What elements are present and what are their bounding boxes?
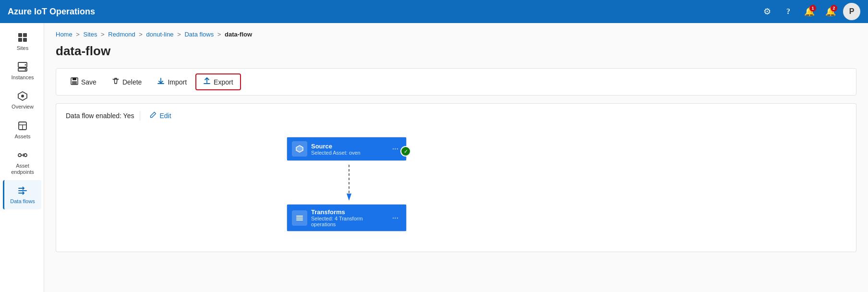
breadcrumb-donut-line[interactable]: donut-line bbox=[146, 31, 174, 38]
sidebar: Sites Instances Overview bbox=[0, 23, 44, 292]
save-label: Save bbox=[81, 78, 96, 86]
sidebar-item-assets-label: Assets bbox=[14, 134, 30, 140]
sidebar-item-instances[interactable]: Instances bbox=[3, 56, 41, 85]
transform-node-subtitle: Selected: 4 Transform operations bbox=[311, 216, 386, 227]
divider bbox=[140, 111, 140, 121]
breadcrumb-redmond[interactable]: Redmond bbox=[108, 31, 135, 38]
import-icon bbox=[157, 77, 165, 86]
app-header: Azure IoT Operations ⚙ ? 🔔 1 🔔 2 P bbox=[0, 0, 868, 23]
gear-icon: ⚙ bbox=[763, 6, 771, 17]
save-icon bbox=[71, 77, 78, 86]
help-icon: ? bbox=[786, 7, 790, 16]
source-node: Source Selected Asset: oven ··· ✓ bbox=[287, 137, 407, 161]
notification1-badge: 1 bbox=[809, 5, 816, 12]
info-bar: Data flow enabled: Yes Edit bbox=[56, 103, 856, 127]
check-icon: ✓ bbox=[404, 148, 408, 155]
svg-rect-2 bbox=[18, 38, 22, 42]
breadcrumb-sep5: > bbox=[217, 31, 223, 38]
delete-button[interactable]: Delete bbox=[105, 74, 148, 89]
sidebar-item-data-flows-label: Data flows bbox=[10, 198, 35, 205]
transform-node-menu[interactable]: ··· bbox=[389, 213, 401, 223]
svg-rect-0 bbox=[18, 33, 22, 37]
source-node-title-group: Source Selected Asset: oven bbox=[311, 143, 386, 156]
svg-rect-24 bbox=[296, 219, 303, 220]
breadcrumb-home[interactable]: Home bbox=[56, 31, 72, 38]
svg-rect-3 bbox=[23, 38, 27, 42]
transform-node-title: Transforms bbox=[311, 208, 386, 216]
assets-icon bbox=[17, 120, 28, 132]
sidebar-item-overview[interactable]: Overview bbox=[3, 85, 41, 115]
export-icon bbox=[203, 77, 211, 86]
asset-endpoints-icon bbox=[17, 149, 28, 161]
delete-icon bbox=[112, 77, 120, 86]
source-node-header: Source Selected Asset: oven ··· bbox=[287, 137, 406, 160]
sidebar-item-asset-endpoints[interactable]: Asset endpoints bbox=[3, 145, 41, 180]
profile-button[interactable]: P bbox=[843, 3, 860, 20]
breadcrumb-sep4: > bbox=[177, 31, 182, 38]
breadcrumb-sites[interactable]: Sites bbox=[84, 31, 97, 38]
svg-rect-17 bbox=[72, 78, 76, 80]
svg-point-6 bbox=[25, 64, 26, 66]
source-node-status: ✓ bbox=[400, 146, 411, 157]
svg-marker-19 bbox=[296, 146, 303, 152]
svg-point-7 bbox=[25, 69, 26, 71]
svg-rect-18 bbox=[72, 81, 77, 84]
settings-button[interactable]: ⚙ bbox=[759, 3, 776, 20]
notification2-badge: 2 bbox=[831, 5, 837, 12]
import-button[interactable]: Import bbox=[150, 74, 193, 89]
data-flows-icon bbox=[17, 185, 28, 196]
edit-icon bbox=[150, 111, 157, 120]
export-button[interactable]: Export bbox=[195, 73, 241, 90]
sidebar-item-instances-label: Instances bbox=[11, 74, 34, 81]
svg-rect-1 bbox=[23, 33, 27, 37]
app-title: Azure IoT Operations bbox=[8, 7, 759, 17]
content-inner: Home > Sites > Redmond > donut-line > Da… bbox=[44, 23, 868, 260]
source-node-icon bbox=[292, 141, 307, 157]
delete-label: Delete bbox=[122, 78, 142, 86]
flow-canvas: Source Selected Asset: oven ··· ✓ bbox=[56, 127, 856, 252]
edit-label: Edit bbox=[159, 112, 171, 120]
transform-node-icon bbox=[292, 210, 307, 226]
sidebar-item-sites-label: Sites bbox=[17, 45, 28, 51]
export-label: Export bbox=[214, 78, 233, 86]
breadcrumb-data-flows[interactable]: Data flows bbox=[184, 31, 214, 38]
sites-icon bbox=[17, 32, 28, 43]
transform-node: Transforms Selected: 4 Transform operati… bbox=[287, 204, 407, 231]
transform-node-title-group: Transforms Selected: 4 Transform operati… bbox=[311, 208, 386, 227]
transform-node-header: Transforms Selected: 4 Transform operati… bbox=[287, 205, 406, 231]
enabled-status: Data flow enabled: Yes bbox=[66, 112, 134, 120]
content-area: Home > Sites > Redmond > donut-line > Da… bbox=[44, 23, 868, 292]
import-label: Import bbox=[168, 78, 187, 86]
svg-rect-23 bbox=[296, 218, 303, 219]
svg-point-9 bbox=[21, 95, 24, 97]
sidebar-item-assets[interactable]: Assets bbox=[3, 115, 41, 145]
breadcrumb-current: data-flow bbox=[225, 31, 252, 38]
source-node-title: Source bbox=[311, 143, 386, 150]
svg-point-13 bbox=[18, 154, 21, 157]
sidebar-item-overview-label: Overview bbox=[12, 104, 34, 110]
edit-button[interactable]: Edit bbox=[146, 110, 175, 122]
save-button[interactable]: Save bbox=[64, 74, 103, 89]
notification1-button[interactable]: 🔔 1 bbox=[801, 3, 818, 20]
breadcrumb: Home > Sites > Redmond > donut-line > Da… bbox=[56, 31, 856, 38]
source-node-menu[interactable]: ··· bbox=[389, 144, 401, 154]
sidebar-item-sites[interactable]: Sites bbox=[3, 27, 41, 56]
page-title: data-flow bbox=[56, 44, 856, 59]
sidebar-item-data-flows[interactable]: Data flows bbox=[3, 180, 41, 209]
svg-marker-21 bbox=[347, 194, 351, 201]
connector-line bbox=[344, 165, 354, 203]
help-button[interactable]: ? bbox=[780, 3, 797, 20]
breadcrumb-sep3: > bbox=[139, 31, 144, 38]
sidebar-item-asset-endpoints-label: Asset endpoints bbox=[8, 163, 37, 175]
svg-rect-22 bbox=[296, 216, 303, 217]
header-icons: ⚙ ? 🔔 1 🔔 2 P bbox=[759, 3, 860, 20]
main-layout: Sites Instances Overview bbox=[0, 23, 868, 292]
breadcrumb-sep1: > bbox=[76, 31, 81, 38]
breadcrumb-sep2: > bbox=[101, 31, 106, 38]
instances-icon bbox=[17, 61, 28, 73]
avatar: P bbox=[849, 7, 855, 16]
source-node-subtitle: Selected Asset: oven bbox=[311, 150, 386, 156]
overview-icon bbox=[17, 90, 28, 102]
notification2-button[interactable]: 🔔 2 bbox=[822, 3, 839, 20]
toolbar: Save Delete bbox=[56, 68, 856, 96]
